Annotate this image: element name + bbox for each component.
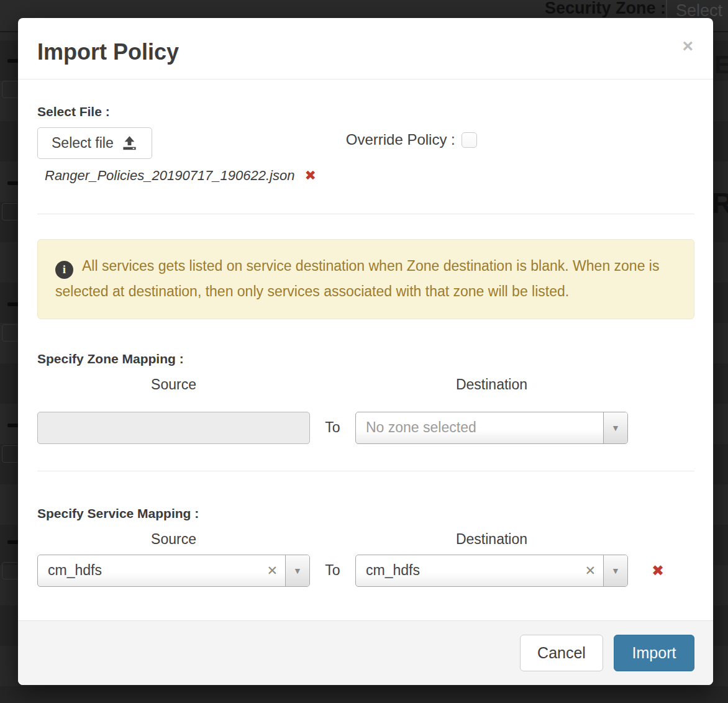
zone-destination-dropdown-button[interactable]: ▼ bbox=[603, 412, 627, 443]
background-dash bbox=[7, 540, 19, 544]
service-mapping-headers: Source Destination bbox=[37, 531, 694, 548]
background-box bbox=[2, 203, 19, 220]
chevron-down-icon: ▼ bbox=[611, 566, 620, 576]
zone-source-input[interactable] bbox=[37, 412, 310, 444]
background-partial-text: R bbox=[712, 186, 728, 220]
zone-mapping-headers: Source Destination bbox=[37, 376, 694, 393]
service-mapping-label: Specify Service Mapping : bbox=[37, 506, 694, 521]
file-select-row: Select file Override Policy : bbox=[37, 127, 694, 159]
divider bbox=[37, 214, 694, 214]
chevron-down-icon: ▼ bbox=[293, 566, 302, 576]
zone-destination-header: Destination bbox=[355, 376, 628, 393]
column-gap bbox=[310, 531, 355, 548]
service-destination-select[interactable]: cm_hdfs ✕ ▼ bbox=[355, 555, 628, 587]
service-destination-value: cm_hdfs bbox=[356, 562, 577, 579]
info-icon: i bbox=[55, 261, 73, 279]
zone-destination-value: No zone selected bbox=[356, 419, 603, 436]
override-policy-group: Override Policy : bbox=[346, 131, 477, 148]
background-partial-text-2: E bbox=[714, 51, 728, 79]
remove-mapping-icon[interactable]: ✖ bbox=[652, 562, 664, 579]
security-zone-label: Security Zone : bbox=[545, 0, 666, 18]
remove-file-icon[interactable]: ✖ bbox=[304, 168, 316, 184]
service-source-select[interactable]: cm_hdfs ✕ ▼ bbox=[37, 555, 310, 587]
background-dash bbox=[7, 424, 19, 427]
background-dash bbox=[7, 302, 19, 306]
background-box bbox=[2, 324, 19, 342]
background-box bbox=[2, 81, 19, 98]
divider bbox=[37, 471, 694, 471]
override-policy-checkbox[interactable] bbox=[462, 132, 477, 148]
background-dash bbox=[7, 181, 19, 185]
service-to-label: To bbox=[310, 562, 355, 579]
clear-icon[interactable]: ✕ bbox=[259, 563, 285, 578]
import-policy-dialog: Import Policy × Select File : Select fil… bbox=[18, 18, 713, 685]
service-mapping-row: cm_hdfs ✕ ▼ To cm_hdfs ✕ ▼ ✖ bbox=[37, 555, 694, 587]
background-box bbox=[2, 445, 19, 463]
dialog-title: Import Policy bbox=[37, 39, 179, 65]
service-source-dropdown-button[interactable]: ▼ bbox=[285, 555, 309, 586]
dialog-body: Select File : Select file Override Polic… bbox=[18, 79, 713, 620]
chevron-down-icon: ▼ bbox=[611, 423, 620, 433]
service-source-value: cm_hdfs bbox=[38, 562, 259, 579]
background-dash bbox=[7, 59, 19, 63]
dialog-header: Import Policy × bbox=[18, 18, 713, 79]
dialog-footer: Cancel Import bbox=[18, 620, 713, 685]
background-box bbox=[2, 562, 19, 579]
select-file-button-label: Select file bbox=[52, 135, 114, 152]
service-destination-dropdown-button[interactable]: ▼ bbox=[603, 555, 627, 586]
service-destination-header: Destination bbox=[355, 531, 628, 548]
import-button[interactable]: Import bbox=[614, 635, 694, 671]
selected-file-row: Ranger_Policies_20190717_190622.json ✖ bbox=[45, 168, 694, 184]
cancel-button[interactable]: Cancel bbox=[520, 635, 603, 671]
zone-mapping-row: To No zone selected ▼ bbox=[37, 412, 694, 444]
clear-icon[interactable]: ✕ bbox=[577, 563, 603, 578]
select-file-button[interactable]: Select file bbox=[37, 127, 152, 159]
column-gap bbox=[310, 376, 355, 393]
info-alert-text: All services gets listed on service dest… bbox=[55, 258, 659, 299]
zone-source-header: Source bbox=[37, 376, 310, 393]
upload-icon bbox=[121, 135, 138, 152]
zone-to-label: To bbox=[310, 419, 355, 436]
close-icon[interactable]: × bbox=[682, 37, 693, 55]
zone-mapping-label: Specify Zone Mapping : bbox=[37, 352, 694, 366]
zone-destination-select[interactable]: No zone selected ▼ bbox=[355, 412, 628, 444]
selected-file-name: Ranger_Policies_20190717_190622.json bbox=[45, 168, 294, 184]
service-source-header: Source bbox=[37, 531, 310, 548]
info-alert: iAll services gets listed on service des… bbox=[37, 239, 694, 319]
override-policy-label: Override Policy : bbox=[346, 131, 455, 148]
select-file-label: Select File : bbox=[37, 104, 694, 119]
